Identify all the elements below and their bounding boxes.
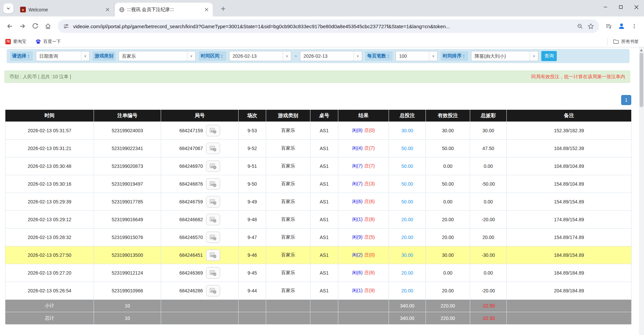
page-scrollbar[interactable]	[639, 47, 644, 335]
time-sort-select[interactable]: 降冪(由大到小)	[471, 51, 538, 61]
chevron-down-icon[interactable]	[530, 51, 538, 61]
chevron-down-icon[interactable]	[187, 51, 195, 61]
video-replay-button[interactable]	[206, 232, 220, 243]
time-cell: 2026-02-13 05:30:16	[5, 175, 94, 193]
total-bet-cell[interactable]: 20.00	[389, 282, 426, 300]
total-bet-cell[interactable]: 30.00	[389, 122, 426, 140]
total-bet-link[interactable]: 30.00	[401, 252, 413, 258]
video-replay-button[interactable]	[206, 249, 220, 261]
total-bet-link[interactable]: 50.00	[401, 199, 413, 204]
chevron-down-icon[interactable]	[429, 51, 437, 61]
media-controls-button[interactable]	[603, 20, 614, 32]
video-replay-button[interactable]	[206, 196, 220, 207]
date-from-value: 2026-02-13	[230, 51, 283, 61]
round-number: 684246570	[179, 235, 203, 240]
total-bet-cell[interactable]: 50.00	[389, 193, 426, 211]
query-type-select[interactable]: 日期查询	[36, 51, 90, 61]
total-bet-link[interactable]: 50.00	[401, 146, 413, 151]
table-footer-row: 总计10340.00220.00-22.50	[5, 312, 632, 325]
result-banker: 庄(6)	[364, 199, 375, 204]
baidu-paw-icon	[36, 39, 41, 44]
total-bet-cell[interactable]: 30.00	[389, 246, 426, 264]
video-replay-button[interactable]	[206, 214, 220, 225]
page-button[interactable]: 1	[621, 95, 631, 105]
zoom-icon[interactable]	[576, 22, 584, 30]
note-cell: 154.89/154.89	[507, 193, 632, 211]
scrollbar-thumb[interactable]	[640, 53, 643, 107]
video-replay-button[interactable]	[206, 267, 220, 279]
bookmark-star-icon[interactable]	[587, 22, 594, 30]
site-settings-icon[interactable]	[62, 22, 70, 30]
tab-welcome[interactable]: ♠ Welcome	[16, 3, 114, 16]
date-from-select[interactable]: 2026-02-13	[229, 51, 291, 61]
total-bet-link[interactable]: 20.00	[401, 217, 413, 222]
valid-bet-notice: 同局有效投注，统一计算在该局第一张注单内	[531, 74, 625, 80]
valid-bet-cell: 0.00	[426, 193, 470, 211]
profile-avatar[interactable]	[616, 20, 627, 32]
search-button[interactable]: 查询	[541, 51, 557, 61]
video-replay-button[interactable]	[206, 143, 220, 154]
total-bet-cell[interactable]: 50.00	[389, 157, 426, 175]
total-bet-cell[interactable]: 20.00	[389, 211, 426, 229]
total-bet-cell[interactable]: 20.00	[389, 229, 426, 246]
valid-bet-cell: 50.00	[426, 175, 470, 193]
footer-label-cell: 小计	[5, 300, 94, 312]
date-range-separator: ~	[294, 53, 297, 59]
session-cell: 9-49	[239, 193, 266, 211]
url-text[interactable]: videoie.com/ipl/portal.php/game/betrecor…	[73, 23, 573, 29]
session-cell: 9-48	[239, 211, 266, 229]
video-replay-button[interactable]	[206, 125, 220, 136]
total-bet-link[interactable]: 20.00	[401, 288, 413, 293]
total-bet-link[interactable]: 20.00	[401, 235, 413, 240]
result-player: 闲(1)	[352, 288, 362, 293]
total-bet-link[interactable]: 50.00	[401, 163, 413, 169]
back-button[interactable]	[4, 20, 15, 32]
chevron-down-icon[interactable]	[353, 51, 362, 61]
video-replay-button[interactable]	[206, 285, 220, 296]
home-button[interactable]	[42, 20, 54, 32]
game-type-select[interactable]: 百家乐	[118, 51, 196, 61]
chevron-down-icon[interactable]	[283, 51, 291, 61]
result-banker: 庄(3)	[364, 181, 375, 186]
result-banker: 庄(6)	[364, 270, 375, 275]
table-row: 2026-02-13 05:27:20523199012124684246369…	[5, 264, 632, 282]
reload-button[interactable]	[30, 20, 41, 32]
total-bet-link[interactable]: 30.00	[401, 128, 413, 133]
total-bet-cell[interactable]: 50.00	[389, 140, 426, 157]
bookmark-taobao[interactable]: 淘 爱淘宝	[5, 39, 26, 45]
table-no-cell: AS1	[310, 264, 338, 282]
tab-bet-record[interactable]: :::视讯 会员下注纪录:::	[115, 3, 213, 16]
total-bet-cell[interactable]: 20.00	[389, 264, 426, 282]
tab-close-icon[interactable]	[104, 7, 110, 13]
video-replay-button[interactable]	[206, 160, 220, 172]
note-cell: 204.89/184.89	[507, 282, 632, 300]
all-bookmarks-button[interactable]: 所有书签	[607, 38, 639, 45]
bookmark-baidu[interactable]: 百度一下	[36, 39, 61, 45]
session-cell: 9-44	[239, 282, 266, 300]
close-window-button[interactable]	[629, 0, 644, 14]
tab-search-button[interactable]	[3, 3, 13, 13]
time-cell: 2026-02-13 05:29:12	[5, 211, 94, 229]
new-tab-button[interactable]	[219, 4, 228, 13]
video-replay-button[interactable]	[206, 178, 220, 190]
game-type-cell: 百家乐	[266, 246, 310, 264]
session-cell: 9-50	[239, 175, 266, 193]
url-bar[interactable]: videoie.com/ipl/portal.php/game/betrecor…	[58, 19, 599, 33]
scroll-up-arrow-icon[interactable]	[640, 49, 643, 51]
table-no-cell: AS1	[310, 193, 338, 211]
chevron-down-icon[interactable]	[81, 51, 89, 61]
tab-close-icon[interactable]	[203, 7, 209, 13]
page-size-select[interactable]: 100	[396, 51, 438, 61]
minimize-button[interactable]	[598, 0, 613, 14]
browser-menu-button[interactable]	[629, 20, 640, 32]
maximize-button[interactable]	[613, 0, 629, 14]
bet-id-cell: 523199024003	[94, 122, 161, 140]
date-to-select[interactable]: 2026-02-13	[300, 51, 362, 61]
forward-button[interactable]	[17, 20, 28, 32]
total-bet-cell[interactable]: 50.00	[389, 175, 426, 193]
total-bet-link[interactable]: 50.00	[401, 181, 413, 187]
total-bet-link[interactable]: 20.00	[401, 270, 413, 276]
result-cell: 闲(4)庄(7)	[338, 140, 389, 157]
date-to-value: 2026-02-13	[300, 51, 353, 61]
globe-favicon-icon	[119, 7, 125, 12]
